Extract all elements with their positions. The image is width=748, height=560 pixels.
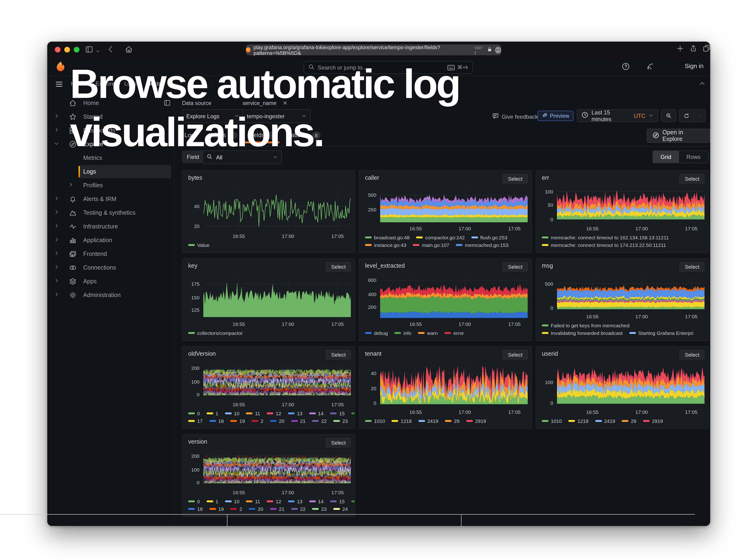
legend-item[interactable]: Failed to get keys from memcached (542, 323, 630, 328)
select-button[interactable]: Select (680, 350, 704, 359)
chart-plot[interactable] (557, 364, 704, 409)
megamenu-toggle-icon[interactable] (55, 80, 63, 90)
legend-item[interactable]: 2 (252, 418, 263, 424)
select-button[interactable]: Select (680, 174, 704, 184)
select-button[interactable]: Select (503, 174, 528, 184)
chevron-right-icon[interactable] (54, 251, 59, 257)
legend-item[interactable]: 18 (209, 418, 224, 424)
new-tab-icon[interactable] (676, 44, 684, 54)
legend-item[interactable]: 12 (267, 498, 281, 504)
legend-item[interactable]: debug (365, 330, 388, 336)
chart-plot[interactable] (203, 452, 351, 490)
legend-item[interactable]: 1 (207, 411, 218, 416)
chevron-right-icon[interactable] (54, 237, 59, 243)
url-bar[interactable]: play.grafana.org/a/grafana-lokiexplore-a… (246, 44, 501, 55)
sidebar-item-administration[interactable]: Administration (47, 288, 174, 302)
sidebar-item-application[interactable]: Application (47, 234, 174, 247)
chart-plot[interactable] (380, 188, 528, 226)
legend-item[interactable]: 1010 (365, 418, 385, 424)
tabs-overview-icon[interactable] (703, 44, 710, 54)
chevron-down-icon[interactable] (54, 141, 59, 147)
grafana-logo[interactable] (55, 61, 66, 74)
legend-item[interactable]: 2 (354, 506, 355, 512)
minimize-window-button[interactable] (64, 47, 70, 52)
sidebar-item-logs[interactable]: Logs (78, 165, 171, 178)
legend-item[interactable]: flush.go:253 (471, 235, 507, 240)
url-more-icon[interactable]: ••• (495, 47, 501, 53)
legend-item[interactable]: 13 (288, 498, 302, 504)
legend-item[interactable]: instance.go:43 (365, 242, 406, 248)
grid-view-button[interactable]: Grid (653, 151, 679, 163)
chevron-right-icon[interactable] (54, 114, 59, 120)
sidebar-toggle-icon[interactable] (85, 45, 93, 55)
legend-item[interactable]: 10 (225, 411, 239, 416)
chart-plot[interactable] (380, 276, 528, 321)
news-rss-icon[interactable] (646, 63, 654, 72)
chevron-right-icon[interactable] (54, 210, 59, 216)
chevron-right-icon[interactable] (54, 292, 59, 299)
give-feedback-button[interactable]: Give feedback (492, 113, 538, 121)
legend-item[interactable]: info (394, 330, 411, 336)
chevron-right-icon[interactable] (54, 223, 59, 230)
legend-item[interactable]: collectors/compactor (188, 330, 243, 336)
chevron-right-icon[interactable] (54, 196, 59, 203)
chart-plot[interactable] (557, 276, 704, 313)
legend-item[interactable]: Value (188, 242, 209, 248)
sidebar-item-connections[interactable]: Connections (47, 261, 174, 274)
legend-item[interactable]: 20 (270, 418, 284, 424)
sidebar-item-frontend[interactable]: Frontend (47, 247, 174, 261)
legend-item[interactable]: 14 (309, 411, 323, 416)
legend-item[interactable]: 0 (188, 498, 200, 504)
select-button[interactable]: Select (680, 262, 704, 272)
legend-item[interactable]: 1 (207, 498, 218, 504)
back-icon[interactable] (107, 45, 114, 55)
legend-item[interactable]: 18 (188, 506, 203, 512)
legend-item[interactable]: 0 (188, 411, 200, 416)
legend-item[interactable]: 16 (351, 498, 355, 504)
legend-item[interactable]: 23 (333, 418, 348, 424)
legend-item[interactable]: 24 (333, 506, 348, 512)
legend-item[interactable]: main.go:107 (413, 242, 449, 248)
chart-plot[interactable] (557, 188, 704, 226)
chart-plot[interactable] (203, 188, 351, 233)
legend-item[interactable]: 21 (291, 418, 305, 424)
legend-item[interactable]: Starting Grafana Enterpri (629, 330, 694, 336)
help-icon[interactable] (622, 63, 630, 72)
chevron-right-icon[interactable] (68, 182, 73, 189)
legend-item[interactable]: 11 (246, 411, 260, 416)
share-icon[interactable] (689, 44, 697, 54)
legend-item[interactable]: 2919 (466, 418, 486, 424)
zoom-out-button[interactable] (661, 109, 676, 122)
time-range-picker[interactable]: Last 15 minutes UTC (577, 109, 658, 122)
legend-item[interactable]: compactor.go:242 (416, 235, 465, 240)
legend-item[interactable]: 1218 (392, 418, 412, 424)
refresh-button[interactable] (679, 109, 694, 122)
legend-item[interactable]: 22 (291, 506, 305, 512)
chevron-up-icon[interactable] (699, 80, 705, 89)
chevron-right-icon[interactable] (54, 127, 59, 134)
sidebar-item-profiles[interactable]: Profiles (47, 179, 174, 192)
legend-item[interactable]: Invalidating forwarded broadcast (542, 330, 623, 336)
legend-item[interactable]: 1218 (568, 418, 589, 424)
legend-item[interactable]: memcached.go:153 (456, 242, 508, 248)
legend-item[interactable]: 2419 (418, 418, 438, 424)
legend-item[interactable]: 22 (312, 418, 327, 424)
chart-plot[interactable] (203, 276, 351, 321)
legend-item[interactable]: 13 (288, 411, 302, 416)
legend-item[interactable]: 29 (445, 418, 459, 424)
legend-item[interactable]: broadcast.go:48 (365, 235, 410, 240)
legend-item[interactable]: 15 (330, 411, 345, 416)
legend-item[interactable]: memcache: connect timeout to 174.213.22.… (542, 242, 666, 248)
legend-item[interactable]: 29 (622, 418, 636, 424)
zoom-window-button[interactable] (74, 47, 79, 52)
legend-item[interactable]: 10 (225, 498, 239, 504)
select-button[interactable]: Select (503, 350, 528, 359)
rows-view-button[interactable]: Rows (679, 151, 708, 163)
legend-item[interactable]: memcache: connect timeout to 162.134.158… (542, 235, 669, 240)
legend-item[interactable]: 14 (309, 498, 323, 504)
legend-item[interactable]: 15 (330, 498, 345, 504)
legend-item[interactable]: 12 (267, 411, 281, 416)
legend-item[interactable]: 19 (231, 418, 245, 424)
legend-item[interactable]: error (444, 330, 464, 336)
legend-item[interactable]: 19 (209, 506, 224, 512)
